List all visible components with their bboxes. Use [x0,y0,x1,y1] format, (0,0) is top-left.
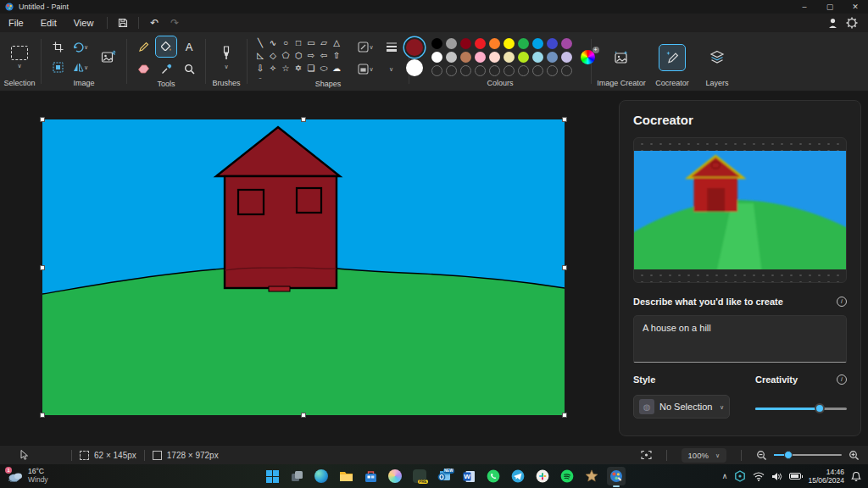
resize-button[interactable] [47,58,68,78]
paint-button[interactable] [607,467,626,485]
crop-button[interactable] [47,37,68,58]
shape-triangle[interactable]: △ [331,36,343,49]
describe-info-icon[interactable]: i [837,297,847,307]
fit-to-screen-icon[interactable] [641,450,652,460]
shape-right-triangle[interactable]: ◺ [254,49,267,62]
palette-slot-empty[interactable] [475,65,486,76]
shape-rectangle[interactable]: □ [292,36,305,49]
palette-swatch[interactable] [489,52,500,63]
microsoft-store-button[interactable] [361,467,380,485]
edge-browser-button[interactable] [312,467,331,485]
palette-swatch[interactable] [446,38,457,49]
shape-six-point-star[interactable]: ✡ [292,62,305,75]
zoom-slider-thumb[interactable] [784,451,793,459]
zoom-slider[interactable] [774,451,842,459]
shape-curve[interactable]: ∿ [267,36,280,49]
outlook-button[interactable]: NEW [435,467,453,485]
wifi-icon[interactable] [753,472,765,481]
canvas-resize-handle-se[interactable] [562,413,567,418]
start-button[interactable] [263,467,281,485]
tray-overflow-chevron-icon[interactable]: ∧ [722,472,728,480]
palette-swatch[interactable] [561,38,572,49]
profile-icon[interactable] [828,18,837,29]
shape-arrow-right[interactable]: ⇨ [305,49,318,62]
magnifier-tool-button[interactable] [179,58,199,79]
palette-swatch[interactable] [475,38,486,49]
palette-swatch[interactable] [547,52,558,63]
shape-pentagon[interactable]: ⬠ [280,49,292,62]
palette-slot-empty[interactable] [460,65,471,76]
shape-heart[interactable]: ⌣ [267,75,280,79]
close-button[interactable]: ✕ [843,0,868,14]
colour-1-swatch[interactable] [406,39,423,56]
settings-gear-icon[interactable] [846,17,858,29]
chevron-down-icon[interactable]: ∨ [389,66,393,72]
shape-arc[interactable]: ◠ [254,75,267,79]
text-tool-button[interactable]: A [179,36,199,57]
shape-rounded-rectangle[interactable]: ▭ [305,36,318,49]
game-pass-button[interactable]: PRE [410,467,429,485]
shape-outline-button[interactable]: ∨ [352,36,381,57]
rotate-button[interactable]: ∨ [68,37,93,58]
shape-oval-callout[interactable]: ⬭ [318,62,331,75]
palette-swatch[interactable] [489,38,500,49]
shape-diamond[interactable]: ◇ [267,49,280,62]
shape-arrow-down[interactable]: ⇩ [254,62,267,75]
telegram-button[interactable] [509,467,527,485]
whatsapp-button[interactable] [484,467,503,485]
menu-file[interactable]: File [0,15,32,30]
shape-line[interactable]: ╲ [254,36,267,49]
palette-swatch[interactable] [431,52,442,63]
file-explorer-button[interactable] [337,467,355,485]
pencil-tool-button[interactable] [133,36,153,57]
canvas-resize-handle-e[interactable] [562,265,567,270]
menu-edit[interactable]: Edit [32,15,65,30]
palette-slot-empty[interactable] [446,65,457,76]
selection-tool-button[interactable]: ∨ [11,46,28,69]
shape-fill-button[interactable]: ∨ [352,58,381,79]
slack-button[interactable] [533,467,552,485]
shape-four-point-star[interactable]: ✧ [267,62,280,75]
minimize-button[interactable]: – [792,0,817,14]
prompt-input[interactable]: A house on a hill [633,315,847,363]
colour-picker-wheel[interactable] [581,50,595,64]
battery-icon[interactable] [789,473,801,480]
palette-swatch[interactable] [504,38,515,49]
eraser-tool-button[interactable] [133,58,153,79]
palette-slot-empty[interactable] [504,65,515,76]
palette-swatch[interactable] [431,38,442,49]
zoom-level-dropdown[interactable]: 100% ∨ [682,448,726,463]
shape-hexagon[interactable]: ⬡ [292,49,305,62]
shape-ellipse[interactable]: ○ [280,36,292,49]
palette-swatch[interactable] [532,38,543,49]
eyedropper-tool-button[interactable] [156,58,176,79]
palette-swatch[interactable] [460,38,471,49]
security-hexagon-icon[interactable] [734,470,746,482]
slider-thumb[interactable] [815,403,825,413]
palette-slot-empty[interactable] [532,65,543,76]
layers-button[interactable] [704,45,730,70]
palette-slot-empty[interactable] [561,65,572,76]
image-creator-button[interactable] [609,45,634,70]
canvas-resize-handle-nw[interactable] [40,117,45,122]
drawing-canvas[interactable] [42,119,565,415]
canvas-resize-handle-s[interactable] [301,413,306,418]
word-button[interactable]: W [459,467,478,485]
palette-swatch[interactable] [547,38,558,49]
copilot-button[interactable] [386,467,404,485]
palette-swatch[interactable] [532,52,543,63]
creativity-slider[interactable] [755,403,847,413]
colour-2-swatch[interactable] [406,59,423,76]
fill-tool-button[interactable] [156,36,176,57]
notification-bell-icon[interactable] [851,471,861,482]
spotify-button[interactable] [558,467,576,485]
cocreator-button[interactable] [659,45,685,70]
palette-slot-empty[interactable] [489,65,500,76]
canvas-resize-handle-n[interactable] [301,117,306,122]
canvas-resize-handle-sw[interactable] [40,413,45,418]
maximize-button[interactable]: ▢ [817,0,843,14]
shape-cloud-callout[interactable]: ☁ [331,62,343,75]
shape-arrow-up[interactable]: ⇧ [331,49,343,62]
flip-button[interactable]: ∨ [68,58,93,78]
palette-slot-empty[interactable] [518,65,529,76]
